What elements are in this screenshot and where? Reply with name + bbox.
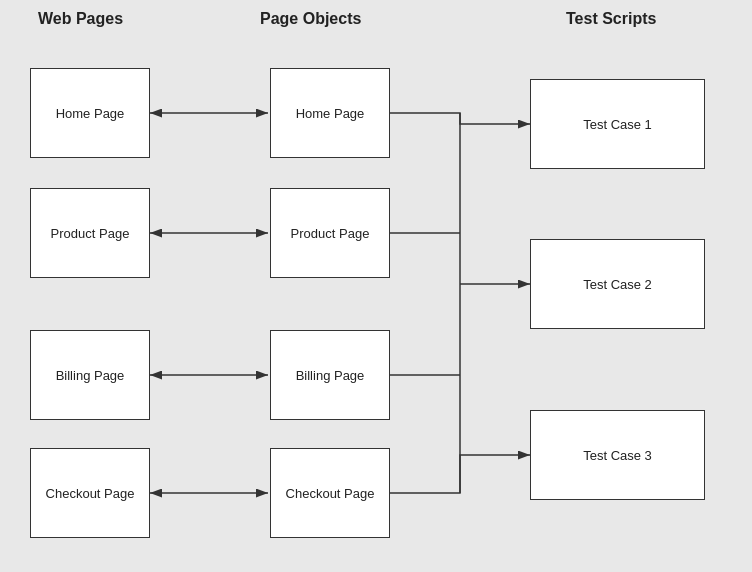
test-script-1: Test Case 1 [530,79,705,169]
header-web-pages: Web Pages [38,10,123,28]
web-page-home: Home Page [30,68,150,158]
test-script-2: Test Case 2 [530,239,705,329]
web-page-checkout: Checkout Page [30,448,150,538]
test-script-3: Test Case 3 [530,410,705,500]
page-object-product: Product Page [270,188,390,278]
page-object-checkout: Checkout Page [270,448,390,538]
header-page-objects: Page Objects [260,10,361,28]
diagram-container: Web Pages Page Objects Test Scripts Home… [0,0,752,572]
web-page-product: Product Page [30,188,150,278]
page-object-billing: Billing Page [270,330,390,420]
header-test-scripts: Test Scripts [566,10,656,28]
web-page-billing: Billing Page [30,330,150,420]
page-object-home: Home Page [270,68,390,158]
